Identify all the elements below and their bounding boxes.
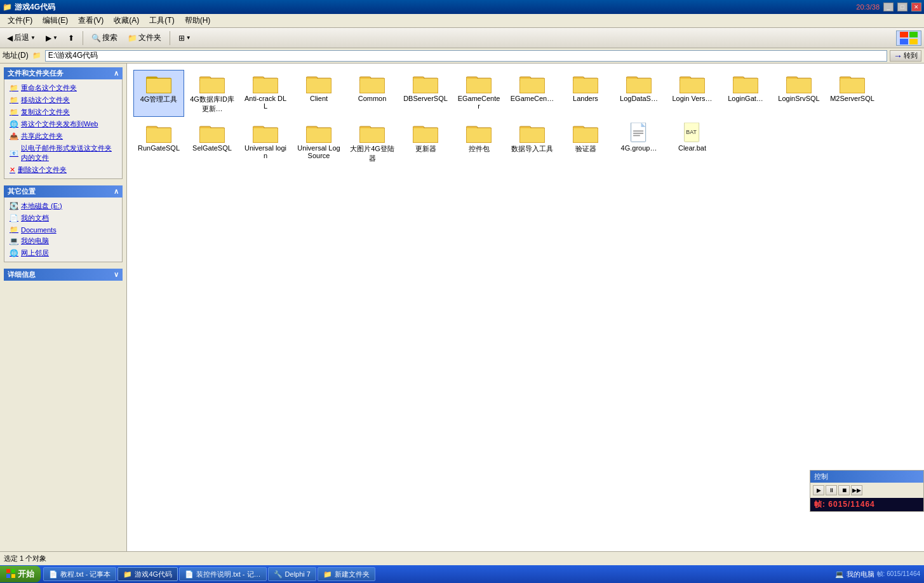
svg-rect-2 bbox=[900, 39, 908, 44]
up-button[interactable]: ⬆ bbox=[64, 32, 79, 44]
file-item[interactable]: SelGateSQL bbox=[187, 119, 238, 166]
file-item[interactable]: 更新器 bbox=[400, 119, 451, 166]
menu-edit[interactable]: 编辑(E) bbox=[37, 14, 73, 27]
taskbar-item-game4g[interactable]: 📁 游戏4G代码 bbox=[117, 567, 178, 581]
file-item[interactable]: 4G数据库ID库更新… bbox=[187, 70, 238, 117]
file-area[interactable]: 4G管理工具 4G数据库ID库更新… Anti-crack DLL Client… bbox=[127, 64, 924, 551]
view-button[interactable]: ⊞ ▼ bbox=[174, 32, 196, 44]
file-item[interactable]: 验证器 bbox=[560, 119, 611, 166]
maximize-button[interactable]: □ bbox=[897, 3, 907, 11]
file-item[interactable]: LoginGat… bbox=[720, 70, 771, 117]
loc-my-computer[interactable]: 💻 我的电脑 bbox=[4, 235, 122, 247]
file-icon bbox=[413, 123, 438, 143]
control-panel: 控制 ▶ ⏸ ⏹ ▶▶ 帧: 6015/11464 bbox=[810, 470, 924, 512]
task-publish[interactable]: 🌐 将这个文件夹发布到Web bbox=[4, 118, 122, 130]
svg-rect-15 bbox=[307, 79, 331, 93]
loc-documents[interactable]: 📁 Documents bbox=[4, 224, 122, 235]
mycomputer-label: 我的电脑 bbox=[21, 236, 49, 246]
file-item[interactable]: RunGateSQL bbox=[133, 119, 184, 166]
ctrl-btn-2[interactable]: ⏸ bbox=[826, 485, 837, 495]
start-button[interactable]: 开始 bbox=[0, 566, 41, 582]
file-item[interactable]: Landers bbox=[560, 70, 611, 117]
task-copy[interactable]: 📁 复制这个文件夹 bbox=[4, 106, 122, 118]
titlebar-left: 📁 游戏4G代码 bbox=[3, 2, 55, 13]
task-share[interactable]: 📤 共享此文件夹 bbox=[4, 130, 122, 142]
titlebar-time: 20:3/38 bbox=[856, 3, 880, 11]
task-move[interactable]: 📁 移动这个文件夹 bbox=[4, 94, 122, 106]
file-item[interactable]: Universal LogSource bbox=[293, 119, 344, 166]
share-label: 共享此文件夹 bbox=[21, 131, 63, 141]
file-item[interactable]: M2ServerSQL bbox=[827, 70, 878, 117]
file-item[interactable]: 数据导入工具 bbox=[507, 119, 558, 166]
rename-icon: 📁 bbox=[10, 84, 18, 92]
svg-rect-48 bbox=[147, 128, 171, 142]
menu-favorites[interactable]: 收藏(A) bbox=[109, 14, 144, 27]
task-email[interactable]: 📧 以电子邮件形式发送这文件夹内的文件 bbox=[4, 142, 122, 164]
svg-rect-42 bbox=[787, 79, 811, 93]
publish-label: 将这个文件夹发布到Web bbox=[21, 119, 98, 129]
file-item[interactable]: BAT Clear.bat bbox=[667, 119, 718, 166]
install-label: 装控件说明.txt - 记… bbox=[196, 570, 260, 579]
file-item[interactable]: EGameCen… bbox=[507, 70, 558, 117]
titlebar: 📁 游戏4G代码 20:3/38 _ □ ✕ bbox=[0, 0, 924, 14]
back-button[interactable]: ◀ 后退 ▼ bbox=[3, 30, 40, 45]
close-button[interactable]: ✕ bbox=[911, 3, 921, 11]
tasks-header[interactable]: 文件和文件夹任务 ∧ bbox=[4, 67, 123, 79]
svg-rect-3 bbox=[909, 39, 918, 44]
addressbar-input[interactable] bbox=[45, 50, 887, 62]
loc-network[interactable]: 🌐 网上邻居 bbox=[4, 247, 122, 259]
loc-local-disk[interactable]: 💽 本地磁盘 (E:) bbox=[4, 200, 122, 212]
toolbar-sep-2 bbox=[170, 31, 170, 45]
file-icon bbox=[786, 73, 812, 93]
left-panel: 文件和文件夹任务 ∧ 📁 重命名这个文件夹 📁 移动这个文件夹 📁 复制这个文件… bbox=[0, 64, 127, 551]
move-icon: 📁 bbox=[10, 96, 18, 104]
file-item[interactable]: 4G管理工具 bbox=[133, 70, 184, 117]
file-item[interactable]: Anti-crack DLL bbox=[240, 70, 291, 117]
loc-my-docs[interactable]: 📄 我的文档 bbox=[4, 212, 122, 224]
task-delete[interactable]: ✕ 删除这个文件夹 bbox=[4, 164, 122, 176]
ctrl-btn-4[interactable]: ▶▶ bbox=[851, 485, 862, 495]
forward-button[interactable]: ▶ ▼ bbox=[41, 32, 62, 44]
file-item[interactable]: 控件包 bbox=[453, 119, 504, 166]
taskbar-item-delphi[interactable]: 🔧 Delphi 7 bbox=[268, 567, 316, 581]
file-item[interactable]: 大图片4G登陆器 bbox=[347, 119, 398, 166]
file-item[interactable]: DBServerSQL bbox=[400, 70, 451, 117]
go-button[interactable]: → 转到 bbox=[890, 50, 921, 62]
file-label: Universal LogSource bbox=[297, 144, 341, 159]
folders-button[interactable]: 📁 文件夹 bbox=[123, 30, 166, 45]
svg-rect-18 bbox=[360, 79, 384, 93]
svg-rect-82 bbox=[6, 574, 10, 578]
menu-file[interactable]: 文件(F) bbox=[3, 14, 37, 27]
menu-help[interactable]: 帮助(H) bbox=[180, 14, 216, 27]
tasks-collapse-icon: ∧ bbox=[114, 69, 119, 77]
file-item[interactable]: 4G.group… bbox=[613, 119, 664, 166]
svg-rect-77 bbox=[633, 135, 640, 137]
menu-view[interactable]: 查看(V) bbox=[73, 14, 109, 27]
taskbar-item-notes[interactable]: 📄 教程.txt - 记事本 bbox=[43, 567, 116, 581]
menu-tools[interactable]: 工具(T) bbox=[144, 14, 179, 27]
details-header-label: 详细信息 bbox=[8, 270, 36, 279]
ctrl-btn-1[interactable]: ▶ bbox=[813, 485, 824, 495]
other-header[interactable]: 其它位置 ∧ bbox=[4, 185, 123, 198]
ctrl-btn-3[interactable]: ⏹ bbox=[838, 485, 850, 495]
file-item[interactable]: Universal login bbox=[240, 119, 291, 166]
taskbar-items: 📄 教程.txt - 记事本 📁 游戏4G代码 📄 装控件说明.txt - 记…… bbox=[41, 567, 831, 581]
file-icon bbox=[733, 73, 758, 93]
file-item[interactable]: Client bbox=[293, 70, 344, 117]
svg-rect-36 bbox=[680, 79, 704, 93]
svg-rect-57 bbox=[307, 128, 331, 142]
details-header[interactable]: 详细信息 ∨ bbox=[4, 269, 123, 281]
search-button[interactable]: 🔍 搜索 bbox=[87, 30, 122, 45]
file-item[interactable]: EGameCenter bbox=[453, 70, 504, 117]
taskbar-item-install[interactable]: 📄 装控件说明.txt - 记… bbox=[179, 567, 266, 581]
svg-rect-80 bbox=[6, 569, 10, 573]
file-item[interactable]: Common bbox=[347, 70, 398, 117]
task-rename[interactable]: 📁 重命名这个文件夹 bbox=[4, 82, 122, 94]
minimize-button[interactable]: _ bbox=[883, 3, 894, 11]
details-collapse-icon: ∨ bbox=[114, 271, 119, 279]
file-item[interactable]: Login Vers… bbox=[667, 70, 718, 117]
file-item[interactable]: LoginSrvSQL bbox=[773, 70, 824, 117]
file-item[interactable]: LogDataS… bbox=[613, 70, 664, 117]
taskbar-item-newfolder[interactable]: 📁 新建文件夹 bbox=[318, 567, 375, 581]
svg-rect-30 bbox=[573, 79, 598, 93]
